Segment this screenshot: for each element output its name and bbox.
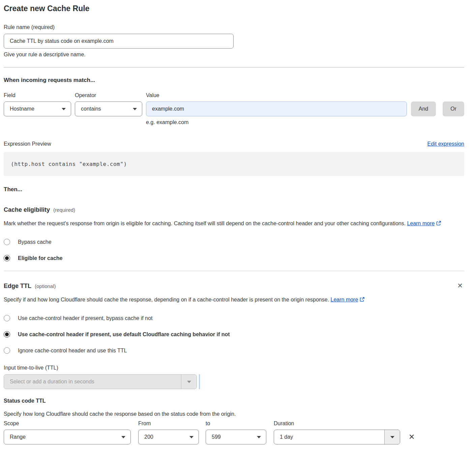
learn-more-link[interactable]: Learn more xyxy=(407,221,435,226)
field-label: Field xyxy=(4,92,71,98)
to-label: to xyxy=(206,420,266,427)
radio-circle-checked xyxy=(4,331,10,338)
focus-indicator-bar xyxy=(199,374,200,389)
operator-select-value: contains xyxy=(81,106,101,112)
status-code-ttl-row: Scope Range From 200 to 599 Duration 1 d… xyxy=(4,420,464,444)
section-divider xyxy=(4,271,464,271)
and-button[interactable]: And xyxy=(411,102,436,116)
radio-label: Eligible for cache xyxy=(18,255,62,261)
radio-circle xyxy=(4,347,10,354)
external-link-icon xyxy=(359,297,365,303)
rule-name-label: Rule name (required) xyxy=(4,24,464,30)
remove-status-ttl-icon[interactable]: ✕ xyxy=(407,433,416,441)
scope-label: Scope xyxy=(4,420,131,427)
chevron-down-icon xyxy=(189,436,194,438)
external-link-icon xyxy=(436,221,441,227)
to-select-value: 599 xyxy=(212,434,221,440)
chevron-down-icon xyxy=(257,436,261,438)
close-edge-ttl-icon[interactable]: ✕ xyxy=(456,282,464,289)
to-select[interactable]: 599 xyxy=(206,430,266,444)
page-title: Create new Cache Rule xyxy=(4,4,464,13)
expression-row: Expression Preview Edit expression xyxy=(4,141,464,147)
from-select[interactable]: 200 xyxy=(138,430,199,444)
chevron-down-icon xyxy=(133,108,137,110)
radio-label: Use cache-control header if present, byp… xyxy=(18,315,152,321)
field-select[interactable]: Hostname xyxy=(4,102,71,116)
scope-select[interactable]: Range xyxy=(4,430,131,444)
radio-label: Use cache-control header if present, use… xyxy=(18,331,230,338)
ttl-input-label: Input time-to-live (TTL) xyxy=(4,365,464,371)
chevron-down-icon xyxy=(390,436,394,438)
value-hint: e.g. example.com xyxy=(146,119,464,125)
radio-ignore-header[interactable]: Ignore cache-control header and use this… xyxy=(4,347,464,354)
cache-eligibility-header: Cache eligibility (required) xyxy=(4,206,464,213)
edge-ttl-description: Specify if and how long Cloudflare shoul… xyxy=(4,295,376,305)
radio-eligible-for-cache[interactable]: Eligible for cache xyxy=(4,255,464,261)
operator-label: Operator xyxy=(75,92,142,98)
radio-bypass-cache[interactable]: Bypass cache xyxy=(4,239,464,245)
ttl-select-dropdown-button[interactable] xyxy=(181,375,197,389)
chevron-down-icon xyxy=(121,436,125,438)
chevron-down-icon xyxy=(187,381,191,383)
status-code-ttl-description: Specify how long Cloudflare should cache… xyxy=(4,411,464,417)
create-cache-rule-form: Create new Cache Rule Rule name (require… xyxy=(4,0,464,453)
value-input[interactable] xyxy=(146,102,407,116)
field-select-value: Hostname xyxy=(10,106,34,112)
radio-circle xyxy=(4,239,10,245)
learn-more-link[interactable]: Learn more xyxy=(331,297,358,302)
ttl-select-placeholder: Select or add a duration in seconds xyxy=(4,375,181,389)
value-label: Value xyxy=(146,92,407,98)
edit-expression-link[interactable]: Edit expression xyxy=(427,141,464,147)
ttl-input-row: Select or add a duration in seconds xyxy=(4,374,464,389)
match-row: Field Hostname Operator contains Value A… xyxy=(4,92,464,116)
from-select-value: 200 xyxy=(144,434,153,440)
radio-circle-checked xyxy=(4,255,10,261)
status-code-ttl-heading: Status code TTL xyxy=(4,398,464,404)
duration-select-value: 1 day xyxy=(274,430,384,444)
radio-circle xyxy=(4,315,10,321)
duration-select[interactable]: 1 day xyxy=(274,430,400,444)
rule-name-input[interactable] xyxy=(4,34,234,49)
from-label: From xyxy=(138,420,199,427)
section-divider xyxy=(4,67,464,67)
expression-code-block: (http.host contains "example.com") xyxy=(4,152,464,176)
chevron-down-icon xyxy=(62,108,66,110)
edge-ttl-title: Edge TTL xyxy=(4,283,31,290)
expression-preview-label: Expression Preview xyxy=(4,141,51,147)
expression-code: (http.host contains "example.com") xyxy=(11,161,127,167)
edge-ttl-optional-tag: (optional) xyxy=(35,283,56,289)
radio-label: Bypass cache xyxy=(18,239,52,245)
radio-use-header-bypass[interactable]: Use cache-control header if present, byp… xyxy=(4,315,464,321)
scope-select-value: Range xyxy=(10,434,26,440)
ttl-duration-select[interactable]: Select or add a duration in seconds xyxy=(4,374,197,389)
rule-name-hint: Give your rule a descriptive name. xyxy=(4,52,464,58)
cache-eligibility-title: Cache eligibility xyxy=(4,206,50,213)
or-button[interactable]: Or xyxy=(443,102,464,116)
edge-ttl-header: Edge TTL (optional) ✕ xyxy=(4,282,464,290)
duration-dropdown-button[interactable] xyxy=(384,430,400,444)
radio-use-header-default[interactable]: Use cache-control header if present, use… xyxy=(4,331,464,338)
duration-label: Duration xyxy=(274,420,400,427)
cache-eligibility-required-tag: (required) xyxy=(53,207,75,213)
operator-select[interactable]: contains xyxy=(75,102,142,116)
then-heading: Then... xyxy=(4,186,464,193)
match-heading: When incoming requests match... xyxy=(4,77,464,84)
cache-eligibility-description: Mark whether the request's response from… xyxy=(4,219,457,229)
radio-label: Ignore cache-control header and use this… xyxy=(18,348,127,354)
